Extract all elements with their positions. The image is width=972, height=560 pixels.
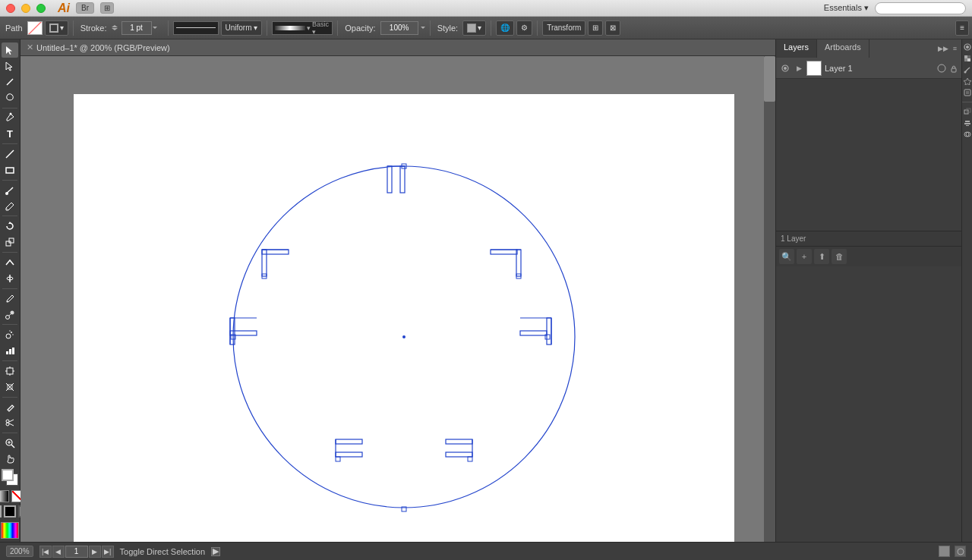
scissors-tool[interactable] bbox=[2, 416, 18, 431]
search-layers-icon[interactable]: 🔍 bbox=[779, 249, 794, 264]
slice-tool[interactable] bbox=[2, 379, 18, 395]
prev-page-button[interactable]: ◀ bbox=[52, 546, 65, 558]
layers-panel: Layers Artboards ▶▶ ≡ ▶ Layer 1 bbox=[776, 39, 961, 266]
document-raster-effects[interactable]: 🌐 bbox=[496, 20, 514, 36]
stroke-pt-dropdown[interactable] bbox=[153, 22, 163, 34]
layer-lock-icon[interactable] bbox=[949, 64, 958, 73]
style-selector[interactable]: ▾ bbox=[462, 20, 486, 36]
blend-tool[interactable] bbox=[2, 307, 18, 322]
svg-rect-37 bbox=[387, 166, 392, 193]
maximize-button[interactable] bbox=[36, 4, 46, 13]
artboard-tool[interactable] bbox=[2, 363, 18, 379]
canvas-color-indicator[interactable] bbox=[939, 546, 950, 557]
toggle-direct-selection-arrow[interactable]: ▶ bbox=[211, 547, 220, 556]
first-page-button[interactable]: |◀ bbox=[39, 546, 52, 558]
svg-rect-8 bbox=[9, 238, 14, 243]
eraser-tool[interactable] bbox=[2, 400, 18, 415]
type-tool[interactable]: T bbox=[2, 126, 18, 141]
stroke-color-box[interactable] bbox=[4, 505, 16, 518]
panel-menu-expand-icon[interactable]: ▶▶ bbox=[936, 45, 950, 52]
line-tool[interactable] bbox=[2, 146, 18, 162]
stroke-profile-dropdown[interactable]: ▾ Basic ▾ bbox=[272, 21, 333, 35]
align-button[interactable]: ⊞ bbox=[588, 20, 603, 36]
stroke-width-input[interactable]: 1 pt bbox=[122, 21, 152, 35]
app-icon: Ai bbox=[58, 2, 70, 15]
close-button[interactable] bbox=[6, 4, 15, 13]
vertical-scrollbar[interactable] bbox=[764, 56, 775, 542]
minimize-button[interactable] bbox=[21, 4, 30, 13]
layer-target-icon[interactable] bbox=[937, 64, 946, 73]
canvas-scroll-area[interactable] bbox=[21, 56, 775, 542]
layer-row[interactable]: ▶ Layer 1 bbox=[776, 58, 961, 79]
selection-tool[interactable] bbox=[2, 42, 18, 58]
pathfinder-panel-icon[interactable] bbox=[963, 130, 972, 139]
eyedropper-tool[interactable] bbox=[2, 291, 18, 307]
transform-panel-icon[interactable] bbox=[963, 107, 972, 116]
panel-menu-icon[interactable]: ≡ bbox=[951, 45, 958, 52]
layer-expand-icon[interactable]: ▶ bbox=[794, 64, 803, 73]
stroke-style-preview[interactable] bbox=[173, 21, 219, 35]
layer-visibility-icon[interactable] bbox=[779, 62, 791, 74]
scale-tool[interactable] bbox=[2, 234, 18, 250]
color-panel-icon[interactable] bbox=[963, 42, 972, 52]
svg-rect-58 bbox=[491, 250, 517, 254]
brushes-icon[interactable] bbox=[963, 65, 972, 74]
stroke-fill-selector[interactable]: ▾ bbox=[45, 20, 68, 36]
close-document-icon[interactable]: ✕ bbox=[27, 42, 33, 52]
next-page-button[interactable]: ▶ bbox=[89, 546, 101, 558]
scrollbar-thumb-vertical[interactable] bbox=[764, 56, 775, 102]
main-layout: T bbox=[0, 39, 972, 542]
artwork-svg bbox=[74, 94, 734, 542]
add-layer-icon[interactable]: + bbox=[797, 249, 812, 264]
toolbar-options[interactable]: ≡ bbox=[955, 20, 969, 36]
layers-tab[interactable]: Layers bbox=[776, 39, 817, 58]
paintbrush-tool[interactable] bbox=[2, 183, 18, 198]
bridge-button[interactable]: Br bbox=[76, 2, 94, 14]
column-graph-tool[interactable] bbox=[2, 343, 18, 358]
pen-tool[interactable] bbox=[2, 110, 18, 125]
hand-tool[interactable] bbox=[2, 451, 18, 467]
direct-selection-tool[interactable] bbox=[2, 58, 18, 74]
reshape-tool[interactable] bbox=[2, 255, 18, 270]
color-spectrum-bar[interactable] bbox=[1, 522, 19, 539]
rotate-tool[interactable] bbox=[2, 219, 18, 234]
fill-color-box[interactable] bbox=[0, 505, 2, 518]
search-input[interactable] bbox=[875, 2, 966, 14]
rectangle-tool[interactable] bbox=[2, 162, 18, 178]
graphic-styles[interactable]: ⚙ bbox=[516, 20, 532, 36]
svg-point-79 bbox=[964, 71, 966, 74]
stroke-spinner[interactable] bbox=[112, 22, 121, 34]
essentials-button[interactable]: Essentials ▾ bbox=[824, 3, 869, 13]
width-tool[interactable] bbox=[2, 271, 18, 286]
page-number-input[interactable]: 1 bbox=[65, 546, 88, 558]
symbols-icon[interactable] bbox=[963, 77, 972, 86]
layers-panel-icons: ▶▶ ≡ bbox=[933, 39, 961, 58]
last-page-button[interactable]: ▶| bbox=[102, 546, 114, 558]
move-layer-icon[interactable]: ⬆ bbox=[814, 249, 829, 264]
gradient-swatch[interactable] bbox=[0, 490, 9, 502]
svg-point-13 bbox=[11, 310, 14, 314]
pencil-tool[interactable] bbox=[2, 199, 18, 214]
status-icon-2[interactable] bbox=[955, 546, 966, 557]
magic-wand-tool[interactable] bbox=[2, 74, 18, 90]
delete-layer-icon[interactable]: 🗑 bbox=[832, 249, 847, 264]
align-panel-icon[interactable] bbox=[963, 118, 972, 127]
zoom-level[interactable]: 200% bbox=[6, 546, 33, 557]
fill-stroke-indicator[interactable] bbox=[0, 467, 20, 487]
symbol-spray-tool[interactable] bbox=[2, 327, 18, 342]
stroke-uniform-dropdown[interactable]: Uniform ▾ bbox=[221, 20, 263, 36]
svg-point-28 bbox=[6, 420, 9, 423]
stroke-color-swatch[interactable] bbox=[27, 21, 43, 35]
swatches-icon[interactable] bbox=[963, 54, 972, 63]
graphic-styles-icon[interactable] bbox=[963, 88, 972, 97]
pathfinder-button[interactable]: ⊠ bbox=[605, 20, 620, 36]
lasso-tool[interactable] bbox=[2, 90, 18, 105]
document-tab[interactable]: ✕ Untitled–1* @ 200% (RGB/Preview) bbox=[21, 39, 775, 56]
arrange-button[interactable]: ⊞ bbox=[100, 2, 114, 14]
artboards-tab[interactable]: Artboards bbox=[817, 39, 869, 58]
opacity-input[interactable]: 100% bbox=[380, 21, 418, 35]
transform-button[interactable]: Transform bbox=[542, 20, 585, 36]
opacity-dropdown[interactable] bbox=[421, 27, 425, 29]
zoom-tool[interactable] bbox=[2, 436, 18, 451]
svg-rect-51 bbox=[520, 331, 547, 335]
